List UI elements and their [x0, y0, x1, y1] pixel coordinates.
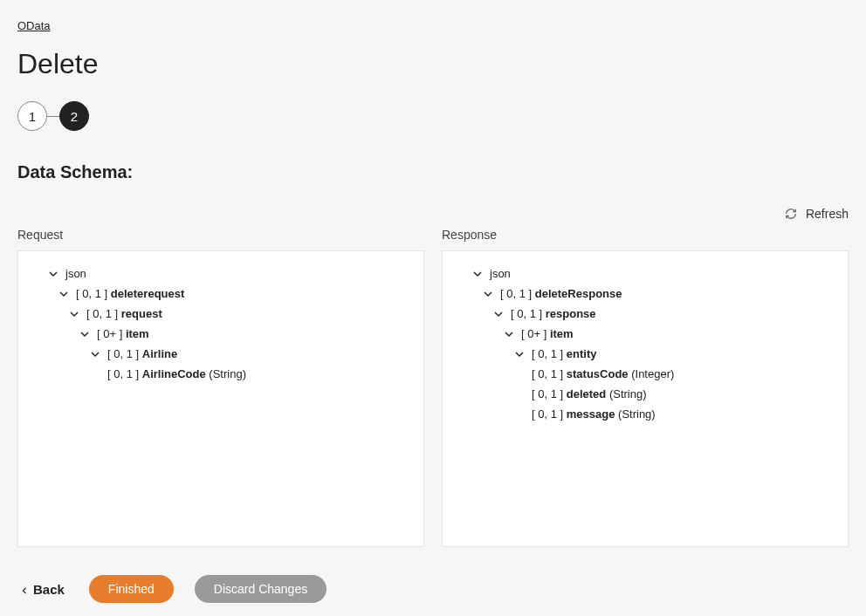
stepper: 1 2 [17, 101, 849, 131]
finished-button[interactable]: Finished [89, 575, 174, 603]
breadcrumb[interactable]: OData [17, 19, 51, 32]
tree-node-cardinality: [ 0, 1 ] [532, 387, 563, 400]
tree-node-label: response [546, 307, 596, 320]
response-label: Response [442, 228, 849, 242]
tree-row[interactable]: [ 0, 1 ] response [455, 304, 835, 324]
chevron-down-icon [483, 289, 493, 299]
tree-node-label: deleteResponse [535, 287, 622, 300]
tree-node-label: json [65, 267, 86, 280]
chevron-down-icon [493, 309, 504, 319]
tree-node-label: message [567, 407, 615, 421]
request-label: Request [17, 228, 424, 242]
chevron-left-icon [21, 582, 28, 597]
tree-node-cardinality: [ 0, 1 ] [500, 287, 532, 300]
tree-node-cardinality: [ 0+ ] [97, 327, 122, 340]
refresh-label: Refresh [806, 207, 849, 221]
refresh-button[interactable]: Refresh [785, 207, 849, 221]
tree-node-type: (String) [609, 387, 647, 400]
chevron-down-icon [90, 349, 100, 359]
chevron-down-icon [514, 349, 525, 359]
step-1[interactable]: 1 [17, 101, 47, 131]
chevron-down-icon [58, 289, 69, 299]
tree-node-cardinality: [ 0, 1 ] [86, 307, 118, 320]
request-panel: json [ 0, 1 ] deleterequest [ 0, 1 ] req… [17, 250, 424, 547]
tree-row[interactable]: [ 0, 1 ] message (String) [455, 404, 835, 424]
back-label: Back [33, 582, 65, 597]
page-title: Delete [17, 48, 849, 80]
tree-node-cardinality: [ 0, 1 ] [532, 347, 563, 360]
back-button[interactable]: Back [17, 582, 68, 597]
discard-changes-button[interactable]: Discard Changes [195, 575, 326, 603]
tree-row[interactable]: [ 0, 1 ] deleterequest [31, 284, 411, 304]
tree-node-label: statusCode [567, 367, 629, 380]
tree-row[interactable]: [ 0, 1 ] Airline [31, 344, 411, 364]
chevron-down-icon [472, 269, 483, 279]
refresh-icon [785, 208, 797, 220]
tree-node-type: (Integer) [631, 367, 674, 380]
section-title: Data Schema: [17, 162, 849, 182]
chevron-down-icon [69, 309, 79, 319]
tree-row[interactable]: [ 0, 1 ] statusCode (Integer) [455, 364, 835, 384]
chevron-down-icon [504, 329, 514, 339]
tree-row[interactable]: [ 0, 1 ] entity [455, 344, 835, 364]
tree-node-cardinality: [ 0, 1 ] [532, 367, 563, 380]
tree-node-label: deleted [567, 387, 607, 400]
tree-node-label: json [490, 267, 511, 280]
tree-node-label: entity [567, 347, 597, 360]
tree-node-label: item [550, 327, 574, 340]
tree-row[interactable]: json [455, 264, 835, 284]
chevron-down-icon [79, 329, 90, 339]
response-panel: json [ 0, 1 ] deleteResponse [ 0, 1 ] re… [442, 250, 849, 547]
tree-row[interactable]: [ 0, 1 ] deleteResponse [455, 284, 835, 304]
step-connector [47, 116, 59, 117]
step-2[interactable]: 2 [59, 101, 89, 131]
tree-row[interactable]: [ 0, 1 ] AirlineCode (String) [31, 364, 411, 384]
tree-node-cardinality: [ 0, 1 ] [532, 407, 563, 421]
tree-node-cardinality: [ 0, 1 ] [511, 307, 542, 320]
tree-node-cardinality: [ 0, 1 ] [107, 347, 139, 360]
tree-node-type: (String) [618, 407, 656, 421]
tree-node-label: item [126, 327, 149, 340]
tree-node-cardinality: [ 0, 1 ] [107, 367, 139, 380]
tree-node-cardinality: [ 0, 1 ] [76, 287, 107, 300]
tree-node-type: (String) [209, 367, 246, 380]
tree-row[interactable]: [ 0+ ] item [455, 324, 835, 344]
tree-row[interactable]: json [31, 264, 411, 284]
tree-row[interactable]: [ 0, 1 ] request [31, 304, 411, 324]
tree-row[interactable]: [ 0+ ] item [31, 324, 411, 344]
tree-node-cardinality: [ 0+ ] [521, 327, 546, 340]
tree-node-label: request [121, 307, 162, 320]
tree-node-label: AirlineCode [142, 367, 206, 380]
tree-node-label: Airline [142, 347, 177, 360]
tree-node-label: deleterequest [111, 287, 185, 300]
tree-row[interactable]: [ 0, 1 ] deleted (String) [455, 384, 835, 404]
chevron-down-icon [48, 269, 58, 279]
